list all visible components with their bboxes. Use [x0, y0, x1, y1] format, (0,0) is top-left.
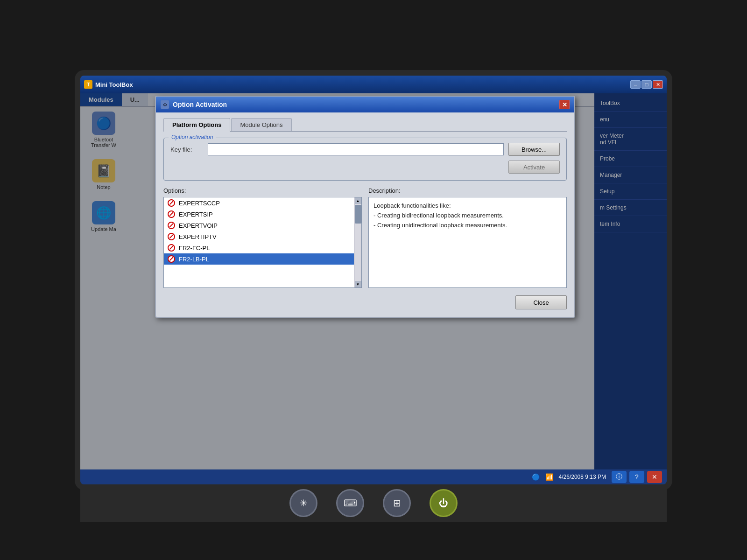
option-expertvoip[interactable]: EXPERTVOIP [164, 220, 361, 231]
key-file-label: Key file: [170, 146, 203, 153]
maximize-button[interactable]: □ [641, 80, 652, 89]
taskbar-title: Mini ToolBox [95, 81, 133, 88]
screen-inner: T Mini ToolBox – □ ✕ Modules U... [80, 76, 667, 484]
tab-module-options[interactable]: Module Options [231, 118, 291, 131]
info-button[interactable]: ⓘ [612, 471, 627, 483]
option-expertiptv[interactable]: EXPERTIPTV [164, 231, 361, 242]
modal-titlebar: ⚙ Option Activation ✕ [156, 97, 574, 112]
tab-platform-options[interactable]: Platform Options [163, 118, 230, 132]
no-access-icon-expertvoip [168, 222, 175, 229]
options-scrollbar[interactable]: ▲ ▼ [354, 197, 361, 287]
copy-button[interactable]: ⊞ [383, 489, 411, 517]
no-access-icon-expertiptv [168, 233, 175, 240]
key-file-row: Key file: Browse... [170, 143, 560, 156]
scroll-thumb[interactable] [355, 205, 361, 224]
power-status-button[interactable]: ✕ [647, 471, 662, 483]
modal-overlay: ⚙ Option Activation ✕ Platform Options M… [80, 93, 667, 469]
signal-icon: 📶 [545, 473, 553, 481]
modal-title: Option Activation [173, 101, 556, 108]
status-bar: 🔵 📶 4/26/2008 9:13 PM ⓘ ? ✕ [80, 469, 667, 484]
status-buttons: ⓘ ? ✕ [612, 471, 662, 483]
no-access-icon-fr2-fc-pl [168, 244, 175, 252]
taskbar-buttons: – □ ✕ [630, 80, 663, 89]
minimize-button[interactable]: – [630, 80, 641, 89]
description-text: Loopback functionalities like:- Creating… [374, 202, 507, 229]
option-expertsccp[interactable]: EXPERTSCCP [164, 197, 361, 209]
options-right: Description: Loopback functionalities li… [368, 187, 567, 288]
browse-button[interactable]: Browse... [508, 143, 560, 156]
close-dialog-button[interactable]: Close [515, 295, 567, 309]
taskbar: T Mini ToolBox – □ ✕ [80, 76, 667, 93]
modal-footer: Close [163, 295, 567, 309]
option-fr2-fc-pl[interactable]: FR2-FC-PL [164, 242, 361, 253]
brightness-button[interactable]: ✳ [289, 489, 317, 517]
bluetooth-status-icon: 🔵 [532, 473, 540, 481]
option-fr2-lb-pl[interactable]: FR2-LB-PL [164, 253, 361, 265]
modal-tab-row: Platform Options Module Options [163, 118, 567, 132]
close-window-button[interactable]: ✕ [653, 80, 663, 89]
no-access-icon-expertsip [168, 210, 175, 218]
options-section: Options: EXPERTSCCP EXPERTSIP [163, 187, 567, 288]
option-expertsip[interactable]: EXPERTSIP [164, 209, 361, 220]
key-file-input[interactable] [208, 143, 504, 155]
help-button[interactable]: ? [629, 471, 644, 483]
activate-button[interactable]: Activate [508, 161, 560, 174]
device-screen: T Mini ToolBox – □ ✕ Modules U... [75, 70, 672, 490]
power-button[interactable]: ⏻ [430, 489, 458, 517]
description-box: Loopback functionalities like:- Creating… [368, 197, 567, 288]
datetime-text: 4/26/2008 9:13 PM [559, 474, 606, 480]
modal-body: Platform Options Module Options Option a… [156, 112, 574, 317]
group-label: Option activation [169, 134, 216, 140]
no-access-icon-expertsccp [168, 199, 175, 207]
modal-title-icon: ⚙ [161, 100, 169, 109]
main-area: Modules U... 🔵 BluetootTransfer W 📓 Note… [80, 93, 667, 469]
app-icon: T [84, 80, 92, 89]
hardware-buttons-bar: ✳ ⌨ ⊞ ⏻ [80, 484, 667, 522]
options-left: Options: EXPERTSCCP EXPERTSIP [163, 187, 362, 288]
options-list: EXPERTSCCP EXPERTSIP EXPERTVOIP [163, 197, 362, 288]
option-activation-dialog: ⚙ Option Activation ✕ Platform Options M… [155, 96, 575, 318]
scroll-up-arrow[interactable]: ▲ [355, 197, 361, 204]
modal-close-button[interactable]: ✕ [559, 100, 570, 109]
description-label: Description: [368, 187, 567, 194]
no-access-icon-fr2-lb-pl [168, 255, 175, 263]
keyboard-button[interactable]: ⌨ [336, 489, 364, 517]
options-label: Options: [163, 187, 362, 194]
option-activation-group: Option activation Key file: Browse... Ac… [163, 138, 567, 181]
scroll-down-arrow[interactable]: ▼ [355, 281, 361, 287]
